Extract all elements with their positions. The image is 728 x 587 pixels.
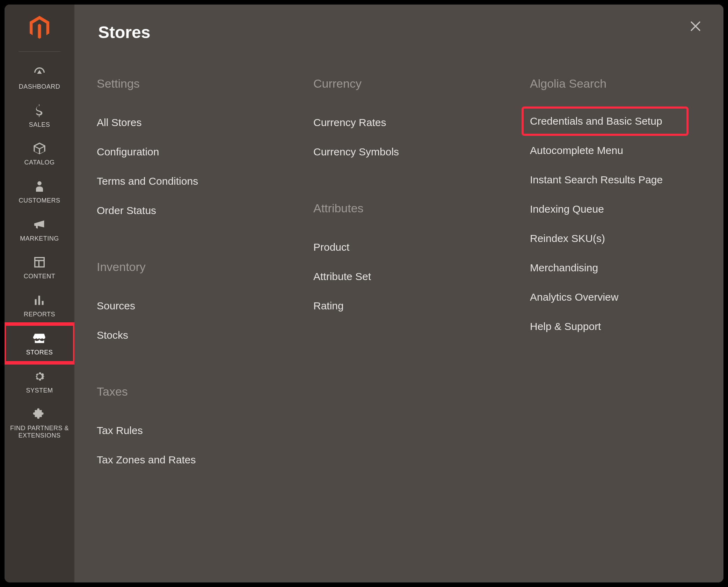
stores-flyout-panel: Stores Settings All Stores Configuration…: [74, 5, 723, 582]
menu-link-instant-search[interactable]: Instant Search Results Page: [530, 165, 680, 195]
group-attributes: Attributes Product Attribute Set Rating: [313, 201, 509, 321]
menu-link-rating[interactable]: Rating: [313, 291, 509, 321]
panel-column-2: Currency Currency Rates Currency Symbols…: [313, 77, 530, 475]
group-title: Taxes: [97, 385, 292, 398]
menu-link-merchandising[interactable]: Merchandising: [530, 253, 680, 283]
layout-icon: [32, 255, 47, 270]
menu-link-product[interactable]: Product: [313, 233, 509, 262]
sidebar-label: CONTENT: [24, 273, 56, 280]
sidebar-label: DASHBOARD: [19, 83, 60, 90]
panel-column-1: Settings All Stores Configuration Terms …: [97, 77, 313, 475]
group-title: Inventory: [97, 260, 292, 274]
sidebar-item-content[interactable]: CONTENT: [5, 248, 74, 286]
person-icon: [32, 179, 47, 194]
menu-link-indexing-queue[interactable]: Indexing Queue: [530, 195, 680, 224]
group-title: Settings: [97, 77, 292, 90]
group-taxes: Taxes Tax Rules Tax Zones and Rates: [97, 385, 292, 475]
megaphone-icon: [32, 217, 47, 232]
menu-link-tax-rules[interactable]: Tax Rules: [97, 416, 292, 445]
sidebar-label: CUSTOMERS: [19, 197, 60, 204]
menu-link-terms-conditions[interactable]: Terms and Conditions: [97, 167, 292, 196]
sidebar-label: REPORTS: [24, 311, 55, 318]
menu-link-configuration[interactable]: Configuration: [97, 137, 292, 167]
group-currency: Currency Currency Rates Currency Symbols: [313, 77, 509, 167]
sidebar-item-dashboard[interactable]: DASHBOARD: [5, 59, 74, 97]
menu-link-attribute-set[interactable]: Attribute Set: [313, 262, 509, 291]
panel-column-3: Algolia Search Credentials and Basic Set…: [530, 77, 701, 475]
sidebar-divider: [19, 51, 60, 52]
menu-link-stocks[interactable]: Stocks: [97, 321, 292, 350]
gear-icon: [32, 369, 47, 384]
sidebar-item-sales[interactable]: SALES: [5, 97, 74, 135]
sidebar-item-stores[interactable]: STORES: [5, 324, 74, 362]
menu-link-sources[interactable]: Sources: [97, 291, 292, 321]
close-icon: [689, 20, 702, 34]
group-algolia: Algolia Search Credentials and Basic Set…: [530, 77, 680, 341]
menu-link-reindex-sku[interactable]: Reindex SKU(s): [530, 224, 680, 253]
sidebar-item-marketing[interactable]: MARKETING: [5, 211, 74, 249]
group-title: Attributes: [313, 201, 509, 215]
menu-link-currency-rates[interactable]: Currency Rates: [313, 108, 509, 137]
storefront-icon: [32, 331, 47, 346]
sidebar-label: MARKETING: [20, 235, 59, 242]
group-title: Algolia Search: [530, 77, 680, 90]
menu-link-autocomplete[interactable]: Autocomplete Menu: [530, 136, 680, 165]
menu-link-order-status[interactable]: Order Status: [97, 196, 292, 225]
sidebar-label: SALES: [29, 121, 50, 129]
menu-link-analytics[interactable]: Analytics Overview: [530, 283, 680, 312]
sidebar-item-system[interactable]: SYSTEM: [5, 362, 74, 401]
sidebar-label: FIND PARTNERS & EXTENSIONS: [5, 425, 74, 439]
group-settings: Settings All Stores Configuration Terms …: [97, 77, 292, 225]
sidebar-item-reports[interactable]: REPORTS: [5, 286, 74, 324]
sidebar-label: CATALOG: [24, 159, 55, 166]
panel-title: Stores: [98, 23, 701, 42]
sidebar-label: STORES: [26, 349, 53, 356]
dashboard-icon: [32, 65, 47, 80]
sidebar-item-partners[interactable]: FIND PARTNERS & EXTENSIONS: [5, 400, 74, 445]
menu-link-currency-symbols[interactable]: Currency Symbols: [313, 137, 509, 167]
menu-link-all-stores[interactable]: All Stores: [97, 108, 292, 137]
box-icon: [32, 141, 47, 156]
admin-sidebar: DASHBOARD SALES CATALOG CUSTOMERS MARKET: [5, 5, 74, 582]
magento-logo-icon[interactable]: [30, 16, 49, 39]
bar-chart-icon: [32, 293, 47, 308]
menu-link-credentials-setup[interactable]: Credentials and Basic Setup: [523, 108, 687, 134]
menu-link-tax-zones-rates[interactable]: Tax Zones and Rates: [97, 445, 292, 475]
sidebar-item-customers[interactable]: CUSTOMERS: [5, 173, 74, 211]
panel-columns: Settings All Stores Configuration Terms …: [97, 77, 701, 475]
puzzle-icon: [32, 406, 47, 422]
admin-frame: DASHBOARD SALES CATALOG CUSTOMERS MARKET: [3, 3, 725, 584]
sidebar-item-catalog[interactable]: CATALOG: [5, 134, 74, 173]
menu-link-help-support[interactable]: Help & Support: [530, 312, 680, 341]
close-button[interactable]: [687, 19, 704, 35]
group-title: Currency: [313, 77, 509, 90]
sidebar-label: SYSTEM: [26, 387, 53, 394]
group-inventory: Inventory Sources Stocks: [97, 260, 292, 350]
dollar-icon: [32, 103, 47, 118]
